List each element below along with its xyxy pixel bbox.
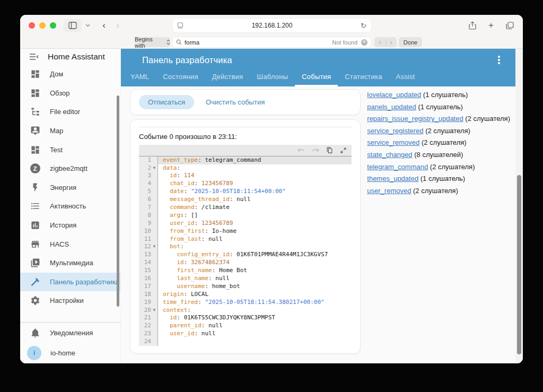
unsubscribe-button[interactable]: Отписаться — [139, 95, 194, 109]
zoom-window-button[interactable] — [50, 22, 56, 29]
listener-count: (2 слушателя) — [424, 127, 470, 135]
sidebar-item-активность[interactable]: Активность — [20, 197, 120, 216]
sidebar-dropdown-chevron[interactable] — [83, 19, 92, 32]
sidebar-item-hacs[interactable]: HACS — [20, 234, 120, 254]
tab-статистика[interactable]: Статистика — [338, 68, 389, 86]
find-done-button[interactable]: Done — [399, 37, 422, 47]
sidebar-item-user[interactable]: i io-home — [20, 342, 120, 363]
card-divider — [139, 127, 352, 127]
content-area: Отписаться Очистить события Событие 0 пр… — [121, 86, 515, 363]
share-icon[interactable] — [467, 19, 478, 32]
code-line-5: 5 date: "2025-10-05T18:11:54+00:00" — [139, 188, 352, 196]
listener-count: (2 слушателя) — [411, 187, 458, 195]
fullscreen-icon[interactable] — [340, 147, 347, 154]
sidebar-item-zigbee2mqtt[interactable]: Zzigbee2mqtt — [20, 159, 120, 178]
fold-toggle-icon[interactable]: ▼ — [151, 243, 157, 251]
listener-count: (1 слушатель) — [418, 175, 465, 182]
sidebar-item-обзор[interactable]: Обзор — [20, 84, 120, 103]
code-line-text: config_entry_id: 01K6T01PMMAE4R44M1JC3KG… — [158, 251, 352, 259]
card-top-padding — [139, 120, 352, 127]
tab-overview-icon[interactable] — [504, 19, 515, 32]
line-gutter: 1 — [139, 156, 158, 164]
line-gutter: 21 — [139, 314, 158, 322]
forward-button[interactable]: › — [111, 19, 124, 32]
event-link-state_changed[interactable]: state_changed — [367, 151, 412, 159]
event-link-service_removed[interactable]: service_removed — [367, 138, 419, 146]
tab-yaml[interactable]: YAML — [124, 68, 156, 86]
tab-шаблоны[interactable]: Шаблоны — [250, 68, 295, 86]
line-number: 10 — [139, 228, 151, 236]
browser-sidebar-toggle-button[interactable] — [64, 19, 82, 32]
minimize-window-button[interactable] — [39, 22, 46, 29]
code-area[interactable]: 1event_type: telegram_command2▼data:3 id… — [139, 156, 352, 346]
reload-icon[interactable]: ↻ — [361, 22, 366, 30]
code-line-20: 20▼context: — [139, 307, 352, 315]
sidebar-item-test[interactable]: Test — [20, 140, 120, 159]
line-gutter: 3 — [139, 172, 158, 180]
address-bar[interactable]: 192.168.1.200 ↻ — [172, 19, 371, 32]
tab-assist[interactable]: Assist — [389, 68, 422, 86]
zigbee-icon: Z — [29, 163, 41, 175]
line-number: 3 — [139, 172, 151, 180]
back-button[interactable]: ‹ — [98, 19, 110, 32]
undo-icon[interactable] — [297, 146, 305, 154]
sidebar-item-история[interactable]: История — [20, 216, 120, 235]
url-text: 192.168.1.200 — [183, 22, 361, 29]
event-link-user_removed[interactable]: user_removed — [367, 187, 411, 195]
sidebar-item-настройки[interactable]: Настройки — [20, 291, 120, 310]
fold-toggle-icon[interactable]: ▼ — [151, 164, 157, 172]
sidebar-item-file-editor[interactable]: File editor — [20, 102, 120, 121]
clear-events-button[interactable]: Очистить события — [206, 98, 265, 106]
sidebar-item-notifications[interactable]: Уведомления — [20, 323, 120, 342]
copy-icon[interactable] — [326, 147, 333, 154]
line-number: 11 — [139, 236, 151, 243]
event-card: Событие 0 произошло в 23:11: — [130, 119, 361, 354]
code-line-text: context: — [158, 307, 352, 315]
find-next-button[interactable]: › — [386, 39, 397, 46]
event-link-service_registered[interactable]: service_registered — [367, 127, 423, 135]
sidebar-item-map[interactable]: Map — [20, 121, 120, 141]
event-link-telegram_command[interactable]: telegram_command — [367, 163, 428, 171]
sidebar-item-панель-разработчика[interactable]: Панель разработчика — [20, 273, 120, 292]
event-link-panels_updated[interactable]: panels_updated — [367, 103, 416, 111]
tab-действия[interactable]: Действия — [205, 68, 250, 86]
code-line-text: from_first: Io-home — [158, 228, 352, 236]
code-line-text: user_id: null — [158, 330, 352, 338]
code-line-text: user_id: 123456789 — [158, 220, 352, 228]
redo-icon[interactable] — [312, 146, 319, 154]
overflow-menu-icon[interactable] — [495, 56, 503, 64]
sidebar-items: ДомОбзорFile editorMapTestZzigbee2mqttЭн… — [20, 65, 120, 310]
code-line-11: 11 from_last: null — [139, 236, 352, 243]
event-link-repairs_issue_registry_updated[interactable]: repairs_issue_registry_updated — [367, 115, 463, 123]
listener-count: (2 слушателя) — [419, 138, 466, 146]
clear-search-icon[interactable]: ✕ — [361, 39, 367, 46]
find-mode-select[interactable]: Begins with — [135, 37, 170, 47]
new-tab-icon[interactable]: + — [485, 19, 497, 32]
sidebar-item-энергия[interactable]: Энергия — [20, 178, 120, 197]
sidebar-item-мультимедиа[interactable]: Мультимедиа — [20, 254, 120, 273]
sidebar-item-label: История — [50, 221, 76, 229]
browser-toolbar: ‹ › 192.168.1.200 ↻ + — [20, 15, 523, 36]
sidebar-scrollbar-thumb[interactable] — [117, 95, 119, 307]
menu-toggle-icon[interactable] — [29, 53, 39, 60]
tab-состояния[interactable]: Состояния — [156, 68, 205, 86]
dashboard-icon — [29, 144, 41, 155]
close-window-button[interactable] — [29, 22, 35, 29]
find-input[interactable]: forma Not found ✕ — [172, 37, 371, 47]
tab-события[interactable]: События — [295, 68, 338, 86]
sidebar-item-дом[interactable]: Дом — [20, 65, 120, 84]
line-gutter: 2▼ — [139, 164, 158, 172]
bell-icon — [29, 328, 41, 338]
page-settings-icon[interactable] — [177, 22, 183, 29]
event-link-lovelace_updated[interactable]: lovelace_updated — [367, 91, 421, 99]
bolt-icon — [29, 181, 41, 193]
fold-toggle-icon[interactable]: ▼ — [151, 307, 157, 315]
sidebar-item-label: File editor — [50, 108, 80, 116]
line-number: 24 — [139, 338, 151, 346]
page-scrollbar-thumb[interactable] — [517, 175, 521, 354]
find-previous-button[interactable]: ‹ — [375, 39, 386, 46]
yaml-editor: 1event_type: telegram_command2▼data:3 id… — [139, 145, 352, 346]
code-line-text: origin: LOCAL — [158, 291, 352, 299]
event-link-themes_updated[interactable]: themes_updated — [367, 175, 418, 182]
line-number: 22 — [139, 322, 151, 330]
